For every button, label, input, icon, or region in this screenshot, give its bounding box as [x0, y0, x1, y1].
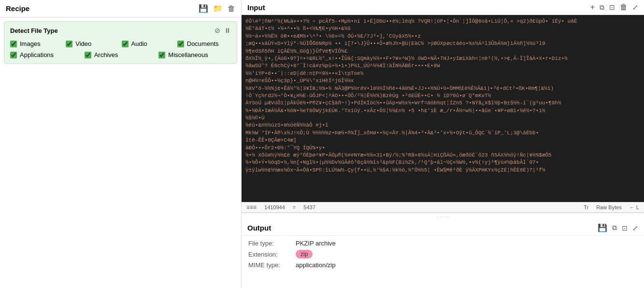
hex-text-19: ½•½ Xõûm½ÿ½½£è æÿ°ÓÈþø^¥P•ÃÓµ®(½##NYæ»½½…	[245, 152, 552, 158]
checkbox-row-2: Applications Archives Miscellaneous	[10, 51, 231, 58]
byte-count: 1410944	[264, 204, 285, 210]
hex-text-5: ½¶edSñ5ñH íÇÃÉ½%_Göğ)}ÛfVé¶VÏÔ½£	[245, 48, 347, 54]
left-panel: Recipe 💾 📁 🗑 Detect File Type ⊘ ⏸ Images…	[0, 0, 242, 288]
hex-text-13: ½•½ÐÂ•IæÁ½Ã&•½öN•½eT8ÔWÿjkEÚK.°Tx1ûý.•xÃ…	[245, 108, 545, 114]
mimetype-value: application/zip	[296, 261, 335, 269]
hex-text-14: ½§½©•Ú	[245, 115, 265, 121]
recipe-header: Recipe 💾 📁 🗑	[0, 0, 241, 17]
ruler-icon: ≡≡≡	[246, 204, 257, 211]
input-status-bar: ≡≡≡ 1410944 = 5437 Tr Raw Bytes ← L	[242, 202, 644, 212]
hex-text-18: àÐÔ•••Ôr2•Ð½:°¯YQ ÍQÚ%•y•	[245, 145, 325, 151]
output-row-extension: Extension: zip	[248, 250, 637, 259]
hex-text-4: ;æQ••xäÜÝ«D•Ylÿ*-½ÜÏÔ̈G6NRp½ •• i[7•\J}Û…	[245, 41, 545, 46]
input-header: Input + ⧉ ⊡ 🗑 ⤢	[242, 0, 644, 15]
hex-text-7: ½âwSÚ'? É6chCý•8°¨Ï!cä#z½pû•½•ì•)P½i_ÚÚ^…	[245, 63, 440, 69]
hex-text-20: ½•½Ô•Ý•½öqD•½,½n[•Ngl½•|µ½½Dv½ûÃéô³8çâ½%…	[245, 159, 539, 165]
output-row-filetype: File type: PKZIP archive	[248, 240, 637, 247]
save-recipe-icon[interactable]: 💾	[199, 4, 208, 13]
hex-text-11: !Ô¨Yç½rd2½¬°Ö•¥¿H½E-ûÔJP<¦^ÁO•••ÔÔ/²½|Ê½…	[245, 93, 491, 99]
fullscreen-input-icon[interactable]: ⤢	[632, 3, 638, 11]
recipe-title: Recipe	[6, 4, 29, 13]
output-title: Output	[247, 224, 271, 232]
extension-badge: zip	[296, 250, 313, 259]
detect-controls: ⊘ ⏸	[215, 27, 231, 34]
output-header: Output 💾 ⧉ ⊡ ⤢	[242, 220, 644, 236]
audio-label: Audio	[131, 40, 147, 47]
copy-input-icon[interactable]: ⧉	[600, 3, 604, 12]
checkbox-miscellaneous[interactable]: Miscellaneous	[158, 51, 231, 58]
output-row-mimetype: MIME type: application/zip	[248, 261, 637, 269]
hex-text-10: ½àV*ó-½½%j¢•Êâ½°½¦3¥ÍB;½%•½ NÃ3@P%½réV•l…	[245, 86, 554, 91]
input-hex-content: éÔ\#²¦ñN^°½(N‰ä»••?½ ÷ pcÃf5-•Mµ½•ní ì•Ë…	[242, 15, 644, 202]
checkbox-applications[interactable]: Applications	[10, 51, 83, 58]
video-label: Video	[75, 40, 91, 47]
input-title: Input	[247, 3, 265, 12]
hex-text-9: n@H½=eŠÔ••½ç3p}•_ÚP½\°xíHèÏ^jGÎ½½x	[245, 78, 354, 84]
tr-label: Tr	[584, 204, 588, 210]
checkbox-audio[interactable]: Audio	[122, 40, 175, 47]
checkbox-documents[interactable]: Documents	[177, 40, 231, 47]
fullscreen-output-icon[interactable]: ⤢	[632, 224, 638, 232]
filetype-label: File type:	[248, 240, 292, 247]
save-output-icon[interactable]: 💾	[598, 223, 607, 232]
raw-bytes-button[interactable]: Raw Bytes	[596, 204, 622, 210]
right-panel: Input + ⧉ ⊡ 🗑 ⤢ éÔ\#²¦ñN^°½(N‰ä»••?½ ÷ p…	[242, 0, 644, 288]
delete-recipe-icon[interactable]: 🗑	[228, 4, 235, 13]
detect-header: Detect File Type ⊘ ⏸	[10, 27, 231, 34]
equals-sign: =	[293, 204, 296, 210]
output-toolbar: 💾 ⧉ ⊡ ⤢	[598, 223, 638, 232]
checkbox-row-1: Images Video Audio Documents	[10, 40, 231, 47]
add-input-icon[interactable]: +	[590, 3, 595, 12]
mimetype-label: MIME type:	[248, 261, 292, 269]
hex-text-17: îtè-ÊÊ•0ÇÃæ×C4æ]	[245, 137, 297, 143]
images-label: Images	[20, 40, 41, 47]
output-content: File type: PKZIP archive Extension: zip …	[242, 236, 644, 288]
hex-text-16: Mk½W`°ÍF•Ã®\x½J!nÔ;Ù ½½½½%z•Þæ½•ñ%Î]_xõH…	[245, 130, 539, 136]
hex-text: éÔ\#²¦ñN^°½(N‰ä»••?½ ÷ pcÃf5-•Mµ½•ní ì•Ë…	[245, 18, 577, 24]
open-folder-icon[interactable]: 📁	[213, 4, 223, 13]
detect-title: Detect File Type	[10, 27, 58, 34]
documents-label: Documents	[187, 40, 219, 47]
delete-input-icon[interactable]: 🗑	[620, 3, 628, 12]
hex-text-21: ÿ±ÿlw½½¢½½æx½Öx~Ã«Ôâ•SP©:îLÚ½W½-Çy{f••ü,…	[245, 167, 545, 173]
checkbox-video[interactable]: Video	[66, 40, 119, 47]
line-count: 5437	[303, 204, 315, 210]
expand-output-icon[interactable]: ⊡	[622, 224, 628, 232]
copy-output-icon[interactable]: ⧉	[612, 224, 617, 232]
hex-text-6: ðX½Ï½¸ÿ•,{ÃúG•9?]=•=&RL½°_x!••ÎÛä{:SQmäy…	[245, 56, 568, 61]
disable-icon[interactable]: ⊘	[215, 27, 220, 34]
checkbox-archives[interactable]: Archives	[85, 51, 157, 58]
recipe-toolbar: 💾 📁 🗑	[199, 4, 235, 13]
checkbox-images[interactable]: Images	[10, 40, 64, 47]
expand-input-icon[interactable]: ⊡	[609, 3, 615, 11]
extension-label: Extension:	[248, 251, 292, 258]
hex-text-8: ½½'íÝP•é••¨|::eD|dê:n‡P=9½••«Ì\tpToe½	[245, 71, 363, 76]
arrow-left-icon[interactable]: ← L	[630, 204, 639, 210]
miscellaneous-label: Miscellaneous	[168, 51, 208, 58]
input-section: Input + ⧉ ⊡ 🗑 ⤢ éÔ\#²¦ñN^°½(N‰ä»••?½ ÷ p…	[242, 0, 644, 213]
hex-text-2: ½Ë°äáT•t½ •½•^••½ ß•<½‰¶E•y½H•&½S	[245, 26, 351, 31]
filetype-value: PKZIP archive	[296, 240, 336, 247]
detect-file-type-section: Detect File Type ⊘ ⏸ Images Video Audio	[4, 21, 237, 64]
divider-dots: · · · · ·	[242, 213, 644, 220]
hex-text-12: ÀYSoÚ µÆVúÔ1¦pÃkÛè½•P®Z¥•çC§àñ~!}•PdÍKÏö…	[245, 100, 561, 106]
pause-icon[interactable]: ⏸	[224, 27, 231, 34]
hex-text-15: ½éû•&n½½úzS•m½öèÑ½½àÔ #j•î	[245, 122, 329, 128]
hex-text-3: ½½~ä»•½½Ë½ öR••eÆM½•\^³• \½6»=½ ðÚ•½E/7J…	[245, 33, 421, 39]
output-section: Output 💾 ⧉ ⊡ ⤢ File type: PKZIP archive …	[242, 220, 644, 288]
applications-label: Applications	[20, 51, 54, 58]
archives-label: Archives	[94, 51, 118, 58]
input-toolbar: + ⧉ ⊡ 🗑 ⤢	[590, 3, 638, 12]
